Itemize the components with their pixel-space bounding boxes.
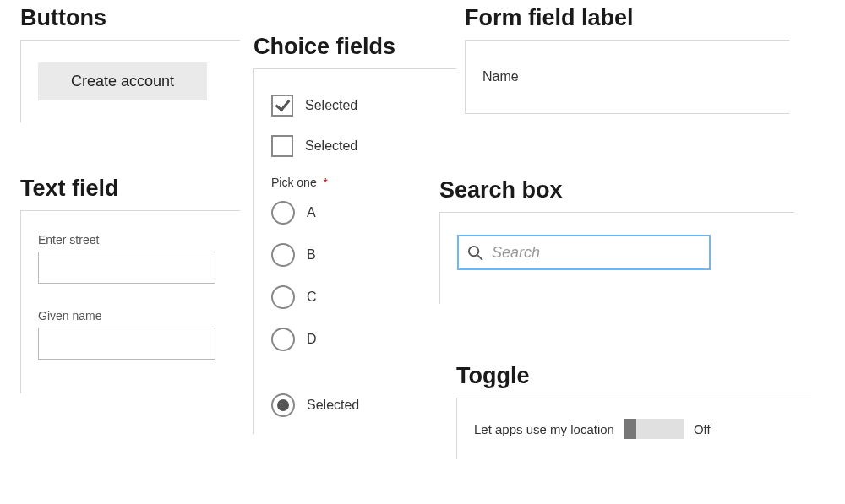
checkbox-row: Selected (271, 135, 439, 157)
text-field-section: Text field Enter street Given name (20, 176, 240, 393)
radio-a[interactable] (271, 201, 295, 225)
svg-line-1 (477, 255, 482, 260)
street-input[interactable] (38, 252, 215, 284)
toggle-frame: Let apps use my location Off (456, 398, 811, 459)
toggle-row: Let apps use my location Off (474, 419, 794, 439)
search-frame (439, 212, 794, 304)
radio-row: A (271, 201, 439, 225)
buttons-heading: Buttons (20, 5, 240, 31)
buttons-section: Buttons Create account (20, 5, 240, 122)
given-name-label: Given name (38, 309, 223, 322)
form-label-frame: Name (465, 40, 790, 114)
street-label: Enter street (38, 233, 223, 247)
extra-radio-frame: Selected (254, 377, 456, 434)
radio-row: D (271, 328, 439, 351)
radio-row: Selected (271, 393, 456, 417)
radio-d[interactable] (271, 328, 295, 351)
checkbox-label-1: Selected (305, 98, 357, 113)
radio-row: B (271, 243, 439, 267)
search-section: Search box (439, 177, 794, 304)
radio-b[interactable] (271, 243, 295, 267)
form-label-value: Name (482, 69, 519, 84)
toggle-switch[interactable] (624, 419, 684, 439)
choice-section: Choice fields Selected Selected Pick one… (254, 34, 456, 434)
street-field-group: Enter street (38, 233, 223, 284)
text-field-frame: Enter street Given name (20, 210, 240, 393)
radio-label-a: A (307, 205, 316, 220)
form-label-heading: Form field label (465, 5, 803, 31)
checkbox-selected-1[interactable] (271, 95, 293, 117)
radio-label-selected: Selected (307, 398, 359, 413)
radio-label-c: C (307, 290, 317, 305)
search-icon (467, 245, 483, 261)
toggle-state: Off (694, 422, 711, 436)
checkbox-row: Selected (271, 95, 439, 117)
pick-one-text: Pick one (271, 176, 317, 189)
pick-one-label: Pick one * (271, 176, 439, 189)
toggle-label: Let apps use my location (474, 422, 614, 436)
given-name-field-group: Given name (38, 309, 223, 360)
svg-point-0 (469, 246, 478, 255)
toggle-heading: Toggle (456, 363, 811, 389)
toggle-section: Toggle Let apps use my location Off (456, 363, 811, 459)
radio-selected[interactable] (271, 393, 295, 417)
given-name-input[interactable] (38, 328, 215, 360)
search-input[interactable] (492, 244, 701, 262)
toggle-thumb (624, 419, 636, 439)
create-account-button[interactable]: Create account (38, 62, 207, 100)
buttons-frame: Create account (20, 40, 240, 122)
radio-c[interactable] (271, 285, 295, 309)
radio-label-d: D (307, 332, 317, 347)
search-heading: Search box (439, 177, 794, 203)
text-field-heading: Text field (20, 176, 240, 202)
choice-frame: Selected Selected Pick one * A B C D (254, 68, 456, 377)
radio-label-b: B (307, 247, 316, 263)
choice-heading: Choice fields (254, 34, 456, 60)
search-box[interactable] (457, 235, 711, 270)
form-label-section: Form field label Name (465, 5, 803, 114)
checkbox-label-2: Selected (305, 138, 357, 154)
required-asterisk: * (324, 176, 328, 189)
radio-row: C (271, 285, 439, 309)
checkbox-selected-2[interactable] (271, 135, 293, 157)
